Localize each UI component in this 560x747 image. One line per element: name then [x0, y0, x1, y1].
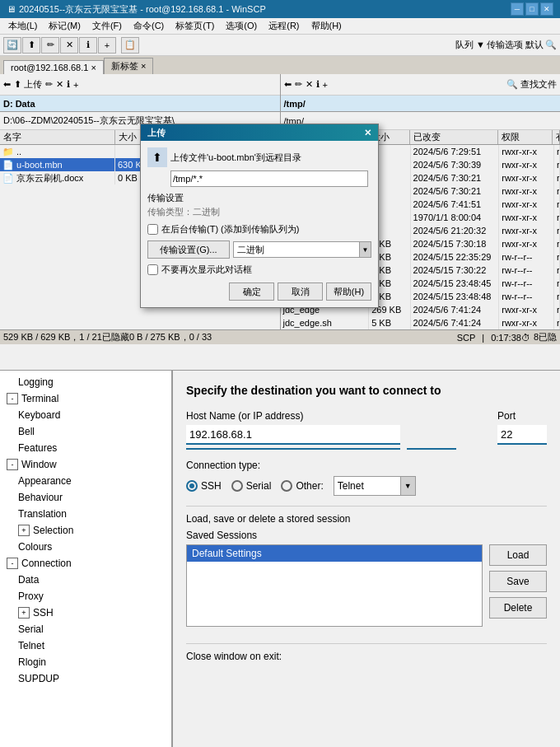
radio-ssh-circle: [186, 480, 198, 492]
load-button[interactable]: Load: [489, 544, 547, 566]
sidebar-item-data[interactable]: Data: [0, 572, 171, 588]
upload-info-label: 上传文件'u-boot.mbn'到远程目录: [170, 152, 301, 164]
local-up-btn[interactable]: ⬆ 上传: [14, 78, 42, 91]
menu-remote[interactable]: 远程(R): [264, 18, 304, 34]
dest-path-row: [170, 170, 371, 187]
toolbar-props-btn[interactable]: ℹ: [79, 37, 97, 54]
expand-ssh-icon[interactable]: +: [18, 607, 30, 619]
cancel-button[interactable]: 取消: [278, 282, 323, 301]
sidebar-item-terminal[interactable]: - Terminal: [0, 390, 171, 407]
session-item-default[interactable]: Default Settings: [187, 545, 482, 562]
telnet-option-label: Telnet: [334, 480, 400, 492]
minimize-button[interactable]: ─: [511, 2, 524, 16]
expand-window-icon[interactable]: -: [7, 459, 18, 470]
radio-other[interactable]: Other:: [281, 480, 323, 492]
toolbar-x-btn[interactable]: ✕: [60, 37, 78, 54]
upload-icon: ⬆: [147, 147, 167, 167]
host-input[interactable]: [186, 425, 400, 445]
sidebar-item-appearance[interactable]: Appearance: [0, 473, 171, 489]
toolbar-edit-btn[interactable]: ✏: [41, 37, 59, 54]
toolbar-sync-btn[interactable]: 🔄: [3, 37, 21, 54]
tab-new[interactable]: 新标签 ×: [104, 58, 153, 74]
sidebar-item-translation[interactable]: Translation: [0, 506, 171, 522]
menu-mark[interactable]: 标记(M): [44, 18, 86, 34]
tree-label: Window: [21, 459, 57, 470]
dialog-close-btn[interactable]: ✕: [364, 128, 371, 138]
local-del-icon: ✕: [56, 79, 63, 90]
tree-label: Data: [18, 574, 39, 586]
sidebar-item-connection[interactable]: - Connection: [0, 555, 171, 572]
file-icon: 📄: [2, 160, 14, 170]
col-owner-remote: 拥有者: [553, 130, 560, 144]
tab-main[interactable]: root@192.168.68.1 ×: [3, 60, 104, 74]
menu-options[interactable]: 选项(O): [221, 18, 262, 34]
sidebar-item-rlogin[interactable]: Rlogin: [0, 654, 171, 670]
local-back-icon: ⬅: [3, 79, 11, 90]
menu-tab[interactable]: 标签页(T): [170, 18, 219, 34]
radio-ssh[interactable]: SSH: [186, 480, 222, 492]
dest-path-input[interactable]: [170, 170, 368, 187]
sidebar-item-keyboard[interactable]: Keyboard: [0, 407, 171, 423]
confirm-button[interactable]: 确定: [229, 282, 274, 301]
timer-label: 0:17:38: [491, 333, 521, 343]
tree-label: SSH: [33, 607, 54, 619]
host-name-group: Host Name (or IP address) Port: [186, 410, 547, 450]
help-button[interactable]: 帮助(H): [326, 282, 371, 301]
local-new-icon: +: [73, 80, 78, 90]
winscp-window: 🖥 20240515--京东云无限宝宝基 - root@192.168.68.1…: [0, 0, 560, 371]
dialog-title-label: 上传: [147, 127, 166, 139]
col-perm-remote: 权限: [498, 130, 553, 144]
radio-serial[interactable]: Serial: [231, 480, 272, 492]
sidebar-item-serial[interactable]: Serial: [0, 621, 171, 637]
radio-serial-label: Serial: [246, 480, 272, 492]
expand-connection-icon[interactable]: -: [7, 558, 18, 569]
host-field: Host Name (or IP address): [186, 410, 491, 445]
expand-selection-icon[interactable]: +: [18, 525, 30, 536]
close-button[interactable]: ✕: [540, 2, 553, 16]
telnet-dropdown[interactable]: Telnet ▼: [334, 476, 416, 496]
toolbar-queue-btn[interactable]: 📋: [121, 37, 139, 54]
tree-label: Colours: [18, 541, 52, 553]
sidebar-item-proxy[interactable]: Proxy: [0, 588, 171, 605]
session-list[interactable]: Default Settings: [186, 544, 483, 627]
add-to-queue-checkbox[interactable]: [147, 224, 158, 235]
maximize-button[interactable]: □: [525, 2, 539, 16]
no-show-checkbox[interactable]: [147, 264, 158, 275]
tree-label: Appearance: [18, 475, 72, 487]
sidebar-item-selection[interactable]: + Selection: [0, 522, 171, 539]
protocol-label: SCP: [457, 333, 476, 343]
putty-main-title: Specify the destination you want to conn…: [186, 384, 547, 397]
sidebar-item-bell[interactable]: Bell: [0, 423, 171, 440]
title-bar: 🖥 20240515--京东云无限宝宝基 - root@192.168.68.1…: [0, 0, 560, 18]
save-button[interactable]: Save: [489, 571, 547, 592]
toolbar-new-btn[interactable]: +: [98, 37, 116, 54]
sidebar-item-behaviour[interactable]: Behaviour: [0, 489, 171, 506]
sidebar-item-supdup[interactable]: SUPDUP: [0, 670, 171, 687]
menu-file[interactable]: 文件(F): [87, 18, 127, 34]
menu-help[interactable]: 帮助(H): [306, 18, 347, 34]
delete-button[interactable]: Delete: [489, 597, 547, 619]
menu-command[interactable]: 命令(C): [128, 18, 169, 34]
transfer-settings-btn[interactable]: 传输设置(G)...: [147, 240, 230, 259]
settings-dropdown[interactable]: 二进制 ▼: [233, 241, 371, 258]
transfer-mode-label: 传输类型：二进制: [147, 206, 371, 218]
sidebar-item-telnet[interactable]: Telnet: [0, 637, 171, 654]
sidebar-item-colours[interactable]: Colours: [0, 539, 171, 555]
remote-status: 0 B / 275 KB，0 / 33: [129, 331, 212, 343]
sidebar-item-features[interactable]: Features: [0, 440, 171, 456]
file-row[interactable]: jdc_edge.sh 5 KB 2024/5/6 7:41:24 rwxr-x…: [281, 316, 561, 329]
expand-terminal-icon[interactable]: -: [7, 393, 18, 404]
main-toolbar: 🔄 ⬆ ✏ ✕ ℹ + 📋 队列 ▼ 传输选项 默认 🔍: [0, 35, 560, 56]
sidebar-item-window[interactable]: - Window: [0, 456, 171, 473]
dialog-buttons: 确定 取消 帮助(H): [147, 282, 371, 301]
conn-type-label: Connection type:: [186, 460, 547, 471]
session-section: Load, save or delete a stored session Sa…: [186, 513, 547, 633]
sidebar-item-logging[interactable]: Logging: [0, 374, 171, 390]
toolbar-up-btn[interactable]: ⬆: [22, 37, 40, 54]
menu-bar: 本地(L) 标记(M) 文件(F) 命令(C) 标签页(T) 选项(O) 远程(…: [0, 18, 560, 35]
sidebar-item-ssh[interactable]: + SSH: [0, 605, 171, 621]
tree-label: Serial: [18, 623, 44, 635]
port-input[interactable]: [497, 425, 547, 445]
add-to-queue-row: 在后台传输(T) (添加到传输队列为): [147, 223, 371, 236]
menu-local[interactable]: 本地(L): [3, 18, 42, 34]
